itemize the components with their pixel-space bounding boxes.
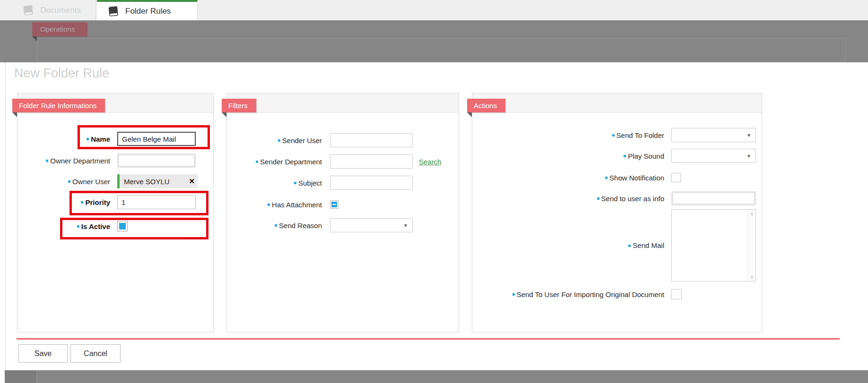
send-to-user-as-info-row: Send to user as info xyxy=(472,191,762,206)
send-mail-textarea[interactable]: ∧ ∨ xyxy=(671,209,756,281)
send-mail-label: Send Mail xyxy=(472,241,664,249)
sender-user-label: Sender User xyxy=(227,136,322,145)
subject-row: Subject xyxy=(227,175,459,190)
owner-department-label: Owner Department xyxy=(17,157,110,165)
chevron-down-icon: ▼ xyxy=(403,223,408,228)
book-icon xyxy=(107,5,119,17)
sender-department-row: Sender Department Search xyxy=(227,154,459,169)
priority-label: Priority xyxy=(17,198,110,206)
chevron-down-icon[interactable]: ∨ xyxy=(750,274,754,280)
field-bullet-icon xyxy=(68,180,70,183)
owner-user-row: Owner User Merve SOYLU ✕ xyxy=(17,174,213,189)
panel-badge-fold xyxy=(12,112,17,117)
name-label: Name xyxy=(17,135,110,143)
field-bullet-icon xyxy=(605,177,608,179)
owner-department-input[interactable] xyxy=(117,153,196,168)
panel-header xyxy=(227,94,459,113)
search-link[interactable]: Search xyxy=(419,158,442,166)
page-title: New Folder Rule xyxy=(14,66,109,81)
is-active-checkbox[interactable] xyxy=(117,221,128,231)
field-bullet-icon xyxy=(624,155,626,157)
owner-user-label: Owner User xyxy=(17,178,110,186)
field-bullet-icon xyxy=(46,160,48,162)
field-bullet-icon xyxy=(87,138,89,140)
tab-bar: Documents Folder Rules xyxy=(0,0,868,20)
panel-header xyxy=(472,94,762,113)
name-input[interactable] xyxy=(117,132,196,146)
priority-row: Priority xyxy=(17,195,213,210)
sender-department-input[interactable] xyxy=(330,154,413,169)
has-attachment-checkbox[interactable] xyxy=(330,200,339,209)
panel-title-badge: Actions xyxy=(467,99,505,112)
owner-user-chip: Merve SOYLU ✕ xyxy=(117,174,198,188)
panel-title-badge: Folder Rule Informations xyxy=(12,99,105,112)
clear-icon[interactable]: ✕ xyxy=(189,177,195,186)
field-bullet-icon xyxy=(597,197,599,200)
send-to-user-for-importing-checkbox[interactable] xyxy=(671,289,682,299)
send-to-folder-label: Send To Folder xyxy=(472,131,664,139)
play-sound-dropdown[interactable]: ▼ xyxy=(671,149,756,163)
send-to-user-as-info-input[interactable] xyxy=(671,191,756,205)
send-mail-row: Send Mail ∧ ∨ xyxy=(472,209,762,281)
cancel-button[interactable]: Cancel xyxy=(70,344,121,363)
content-left-border xyxy=(5,62,6,370)
has-attachment-row: Has Attachment xyxy=(227,197,459,212)
operations-menu[interactable]: Operations xyxy=(32,22,87,36)
book-icon xyxy=(22,4,34,16)
field-bullet-icon xyxy=(628,245,631,247)
save-button[interactable]: Save xyxy=(18,344,68,363)
footer-left-segment xyxy=(5,370,37,383)
chevron-up-icon[interactable]: ∧ xyxy=(750,211,754,217)
play-sound-row: Play Sound ▼ xyxy=(472,148,762,163)
chevron-down-icon: ▼ xyxy=(746,154,751,159)
subject-label: Subject xyxy=(227,179,322,187)
field-bullet-icon xyxy=(294,182,296,184)
play-sound-label: Play Sound xyxy=(472,152,664,160)
subject-input[interactable] xyxy=(330,176,413,190)
send-to-user-for-importing-label: Send To User For Importing Original Docu… xyxy=(472,290,664,298)
tab-folder-rules[interactable]: Folder Rules xyxy=(97,0,198,20)
field-bullet-icon xyxy=(275,224,277,227)
panel-filters: Filters Sender User Sender Department Se… xyxy=(226,93,459,332)
folder-rule-window: Documents Folder Rules Operations New Fo… xyxy=(0,0,868,383)
chevron-down-icon: ▼ xyxy=(746,133,751,138)
send-to-user-for-importing-row: Send To User For Importing Original Docu… xyxy=(472,287,762,302)
field-bullet-icon xyxy=(77,225,79,228)
send-reason-dropdown[interactable]: ▼ xyxy=(330,218,413,232)
footer-bar xyxy=(5,370,868,383)
sender-user-input[interactable] xyxy=(330,133,413,147)
panel-badge-fold xyxy=(222,112,226,117)
panel-folder-rule-informations: Folder Rule Informations Name Owner Depa… xyxy=(17,93,214,332)
send-reason-row: Send Reason ▼ xyxy=(227,218,459,233)
send-to-folder-dropdown[interactable]: ▼ xyxy=(671,128,756,142)
owner-user-value: Merve SOYLU xyxy=(120,178,170,186)
panel-badge-fold xyxy=(467,112,472,117)
send-to-folder-row: Send To Folder ▼ xyxy=(472,128,762,143)
send-reason-label: Send Reason xyxy=(227,221,322,230)
is-active-label: Is Active xyxy=(17,222,110,230)
bottom-separator-line xyxy=(17,338,840,340)
sender-user-row: Sender User xyxy=(227,133,459,148)
field-bullet-icon xyxy=(81,201,83,204)
checkbox-check-fill xyxy=(119,223,126,230)
header-inner-panel xyxy=(37,38,846,62)
show-notification-checkbox[interactable] xyxy=(671,173,681,182)
show-notification-label: Show Notification xyxy=(472,174,664,182)
field-bullet-icon xyxy=(256,161,258,163)
checkbox-indeterminate-fill xyxy=(331,202,337,207)
field-bullet-icon xyxy=(278,139,280,142)
panel-title-badge: Filters xyxy=(222,99,256,112)
is-active-row: Is Active xyxy=(17,219,213,234)
tab-documents-label: Documents xyxy=(40,6,81,15)
name-row: Name xyxy=(17,131,213,146)
owner-department-row: Owner Department xyxy=(17,153,213,168)
header-bar xyxy=(0,20,868,62)
panel-actions: Actions Send To Folder ▼ Play Sound ▼ Sh… xyxy=(472,93,762,332)
field-bullet-icon xyxy=(512,293,515,296)
send-to-user-as-info-label: Send to user as info xyxy=(472,195,664,203)
tab-documents[interactable]: Documents xyxy=(12,0,96,20)
scrollbar[interactable]: ∧ ∨ xyxy=(748,210,755,281)
priority-input[interactable] xyxy=(117,195,196,209)
field-bullet-icon xyxy=(612,134,615,136)
has-attachment-label: Has Attachment xyxy=(227,201,322,209)
